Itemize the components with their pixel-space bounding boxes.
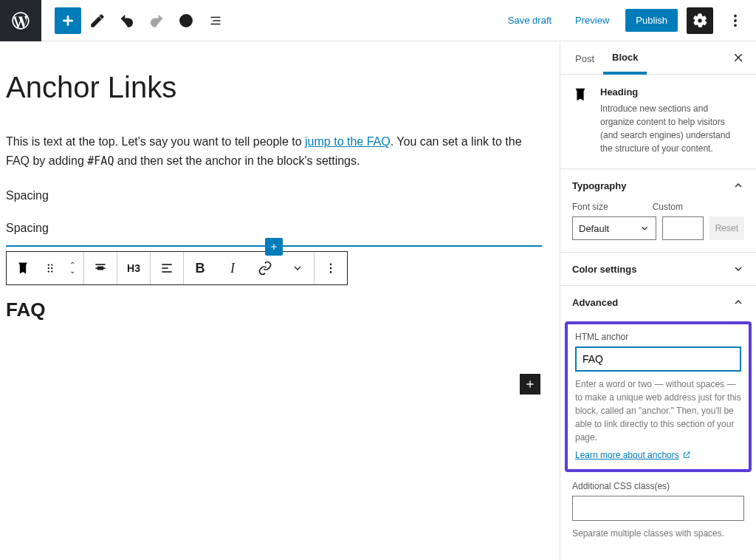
svg-point-6: [735, 15, 737, 17]
link-button[interactable]: [249, 252, 281, 284]
css-class-input[interactable]: [572, 496, 744, 521]
chevron-up-icon: [732, 296, 744, 308]
more-options-button[interactable]: [722, 7, 749, 34]
move-up-down-icon[interactable]: ⌃⌄: [61, 252, 83, 284]
custom-label: Custom: [653, 202, 683, 212]
block-insertion-line: [6, 245, 542, 247]
spacer-block[interactable]: Spacing: [6, 189, 560, 202]
svg-point-23: [330, 271, 331, 273]
undo-button[interactable]: [114, 7, 140, 34]
anchor-label: HTML anchor: [575, 332, 741, 342]
typography-title: Typography: [572, 180, 626, 191]
advanced-panel-toggle[interactable]: Advanced: [560, 286, 756, 318]
chevron-down-icon: [732, 263, 744, 275]
italic-button[interactable]: I: [216, 252, 249, 284]
anchor-help-text: Enter a word or two — without spaces — t…: [575, 378, 741, 444]
svg-point-14: [51, 271, 52, 273]
chevron-up-icon: [732, 180, 744, 191]
top-toolbar: Save draft Preview Publish: [0, 0, 756, 41]
block-name-label: Heading: [600, 86, 744, 98]
learn-anchors-text: Learn more about anchors: [575, 450, 679, 460]
redo-button[interactable]: [143, 7, 170, 34]
add-block-inline-button[interactable]: [520, 374, 540, 395]
tab-block[interactable]: Block: [603, 41, 647, 75]
font-size-label: Font size: [572, 202, 608, 212]
drag-handle-icon[interactable]: [39, 252, 61, 284]
tab-post[interactable]: Post: [566, 43, 603, 73]
editor-canvas: Anchor Links This is text at the top. Le…: [0, 41, 560, 560]
svg-point-7: [735, 19, 737, 21]
svg-point-2: [185, 16, 187, 18]
info-button[interactable]: [173, 7, 199, 34]
svg-point-12: [51, 267, 52, 269]
block-description: Introduce new sections and organize cont…: [600, 102, 744, 155]
heading-level-button[interactable]: H3: [117, 252, 150, 284]
css-class-label: Additional CSS class(es): [572, 481, 744, 491]
color-settings-title: Color settings: [572, 264, 636, 275]
anchor-input[interactable]: [575, 346, 741, 372]
anchor-section-highlight: HTML anchor Enter a word or two — withou…: [565, 321, 752, 472]
heading-block-icon: [572, 86, 590, 155]
settings-button[interactable]: [687, 7, 713, 34]
block-type-icon[interactable]: [7, 252, 39, 284]
preview-button[interactable]: Preview: [568, 10, 616, 30]
outline-button[interactable]: [202, 7, 229, 34]
reset-font-button[interactable]: Reset: [709, 216, 744, 240]
insert-block-button[interactable]: [265, 238, 283, 256]
add-block-button[interactable]: [55, 7, 81, 34]
wordpress-logo[interactable]: [0, 0, 41, 41]
align-button[interactable]: [84, 252, 117, 284]
anchor-code: #FAQ: [87, 154, 114, 168]
font-size-value: Default: [579, 223, 609, 234]
color-panel-toggle[interactable]: Color settings: [560, 253, 756, 285]
block-more-options-button[interactable]: [315, 252, 347, 284]
save-draft-button[interactable]: Save draft: [501, 10, 559, 30]
close-sidebar-button[interactable]: [726, 46, 750, 69]
svg-rect-17: [97, 267, 103, 270]
block-toolbar: ⌃⌄ H3 B I: [6, 251, 348, 285]
svg-point-22: [330, 267, 331, 269]
custom-size-input[interactable]: [662, 216, 704, 240]
svg-point-10: [51, 264, 52, 266]
intro-paragraph[interactable]: This is text at the top. Let's say you w…: [6, 132, 537, 170]
more-rich-text-button[interactable]: [281, 252, 314, 284]
advanced-title: Advanced: [572, 297, 618, 308]
css-help-text: Separate multiple classes with spaces.: [572, 527, 744, 540]
settings-sidebar: Post Block Heading Introduce new section…: [560, 41, 756, 560]
svg-point-21: [330, 264, 331, 265]
font-size-select[interactable]: Default: [572, 216, 656, 240]
svg-point-11: [48, 267, 49, 269]
para-text: and then set the anchor in the block's s…: [114, 154, 360, 167]
learn-anchors-link[interactable]: Learn more about anchors: [575, 450, 691, 460]
spacer-block[interactable]: Spacing: [6, 222, 560, 235]
page-title[interactable]: Anchor Links: [6, 71, 560, 104]
bold-button[interactable]: B: [184, 252, 216, 284]
typography-panel-toggle[interactable]: Typography: [560, 169, 756, 202]
jump-faq-link[interactable]: jump to the FAQ: [305, 135, 391, 148]
para-text: This is text at the top. Let's say you w…: [6, 135, 305, 148]
edit-mode-icon[interactable]: [84, 7, 111, 34]
faq-heading-block[interactable]: FAQ: [6, 298, 560, 321]
text-align-button[interactable]: [151, 252, 183, 284]
svg-point-9: [48, 264, 49, 266]
svg-point-8: [735, 24, 737, 26]
svg-point-13: [48, 271, 49, 273]
publish-button[interactable]: Publish: [625, 9, 678, 32]
